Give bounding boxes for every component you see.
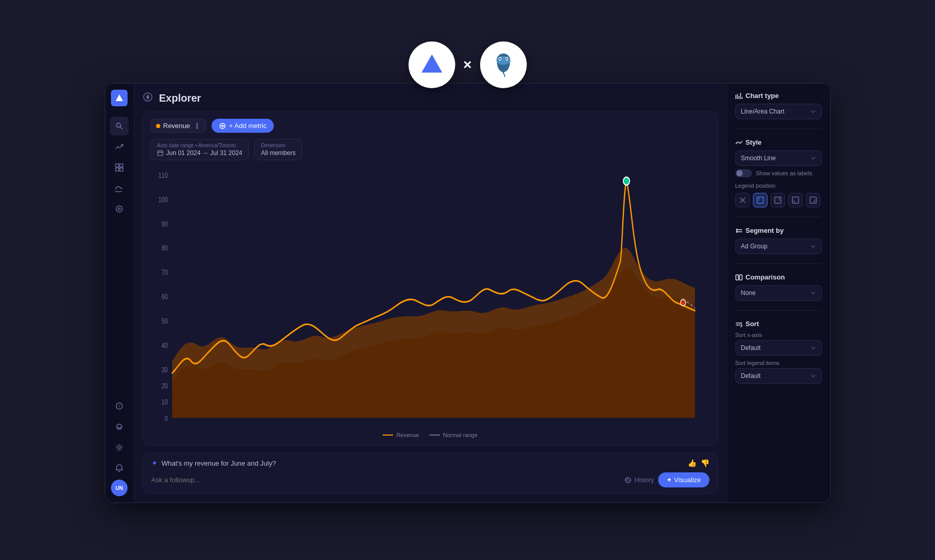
add-metric-button[interactable]: + Add metric: [212, 119, 274, 133]
sidebar-item-search[interactable]: [110, 117, 129, 135]
segment-title: Segment by: [735, 227, 822, 234]
svg-point-23: [197, 125, 198, 127]
svg-rect-11: [116, 164, 119, 167]
svg-text:60: 60: [161, 293, 168, 301]
history-button[interactable]: History: [624, 477, 654, 484]
visualize-button[interactable]: ✦ Visualize: [658, 472, 709, 487]
svg-text:30: 30: [161, 366, 168, 374]
right-panel: Chart type Line/Area Chart Style Smooth …: [727, 83, 830, 502]
svg-point-20: [118, 446, 121, 449]
show-values-toggle[interactable]: [735, 169, 752, 177]
chat-question-text: What's my revenue for June and July?: [162, 459, 276, 467]
svg-point-24: [197, 128, 198, 129]
style-value: Smooth Line: [741, 155, 776, 162]
style-dropdown[interactable]: Smooth Line: [735, 150, 822, 166]
svg-point-9: [117, 123, 121, 128]
sort-xaxis-group: Sort x-axis Default: [735, 332, 822, 356]
comparison-title: Comparison: [735, 273, 822, 281]
svg-text:50: 50: [161, 317, 168, 326]
chart-type-value: Line/Area Chart: [741, 108, 785, 115]
legend-line-revenue: [383, 435, 393, 436]
svg-text:90: 90: [161, 220, 168, 228]
chat-panel: ✦ What's my revenue for June and July? 👍…: [143, 452, 718, 494]
svg-point-7: [506, 58, 508, 60]
style-section: Style Smooth Line Show values as labels …: [735, 138, 822, 207]
dimension-filter-value: All members: [261, 149, 296, 157]
legend-pos-row: [735, 193, 822, 207]
comparison-dropdown[interactable]: None: [735, 285, 822, 301]
sidebar-item-bell[interactable]: [110, 459, 129, 478]
legend-pos-top-right[interactable]: [771, 193, 785, 207]
svg-text:110: 110: [158, 172, 168, 180]
svg-marker-8: [116, 94, 123, 101]
sidebar-item-settings[interactable]: [110, 438, 129, 457]
svg-rect-12: [120, 164, 123, 167]
logo-separator: ×: [463, 57, 471, 73]
sidebar-item-help[interactable]: ?: [110, 397, 129, 415]
sidebar-item-agent[interactable]: [110, 417, 129, 436]
style-title: Style: [735, 138, 822, 146]
sort-legend-group: Sort legend items Default: [735, 360, 822, 384]
sidebar-logo[interactable]: [111, 90, 128, 106]
sort-xaxis-value: Default: [741, 344, 761, 352]
thumbs-up-icon[interactable]: 👍: [688, 459, 696, 467]
legend-pos-none[interactable]: [735, 193, 750, 207]
filters-row: Auto date range • America/Toronto Jun 01…: [150, 139, 710, 160]
thumbs-down-icon[interactable]: 👎: [701, 459, 709, 467]
sort-xaxis-dropdown[interactable]: Default: [735, 340, 822, 356]
toggle-knob: [736, 170, 743, 176]
svg-rect-66: [775, 197, 781, 203]
segment-section: Segment by Ad Group: [735, 227, 822, 254]
show-values-label: Show values as labels: [756, 170, 813, 176]
end-dot: [680, 299, 686, 306]
legend-pos-top-left[interactable]: [753, 193, 767, 207]
legend-position-label: Legend position: [735, 183, 822, 189]
show-values-toggle-row: Show values as labels: [735, 169, 822, 177]
svg-text:100: 100: [158, 195, 168, 204]
header-icon: [143, 92, 153, 105]
svg-text:0: 0: [164, 414, 168, 423]
svg-line-10: [120, 127, 122, 129]
svg-point-15: [116, 206, 122, 212]
sidebar-item-trending[interactable]: [110, 137, 129, 156]
chart-area: 110 100 90 80 70 60 50 40 30 20 10 0: [150, 166, 710, 426]
sort-section: Sort Sort x-axis Default Sort legend ite…: [735, 320, 822, 384]
user-avatar[interactable]: UN: [111, 480, 128, 496]
chat-input[interactable]: [151, 476, 620, 484]
outer-wrapper: ×: [105, 57, 831, 503]
sort-title: Sort: [735, 320, 822, 328]
date-filter[interactable]: Auto date range • America/Toronto Jun 01…: [150, 139, 249, 160]
dimension-filter-label: Dimension: [261, 143, 296, 148]
sort-xaxis-label: Sort x-axis: [735, 332, 822, 338]
svg-rect-14: [120, 168, 123, 171]
sidebar-item-compass[interactable]: [110, 200, 129, 218]
sort-legend-dropdown[interactable]: Default: [735, 368, 822, 384]
peak-dot: [623, 177, 630, 185]
sort-legend-value: Default: [741, 372, 761, 380]
svg-text:20: 20: [161, 382, 168, 390]
svg-point-6: [499, 58, 501, 60]
svg-rect-28: [158, 151, 163, 156]
segment-dropdown[interactable]: Ad Group: [735, 239, 822, 254]
metric-badge[interactable]: Revenue: [150, 119, 206, 133]
page-header: Explorer: [143, 92, 718, 105]
sidebar-item-cloud[interactable]: [110, 179, 129, 198]
main-content: Explorer Revenue + Add metric: [134, 83, 727, 502]
svg-text:10: 10: [161, 398, 168, 407]
chart-toolbar: Revenue + Add metric: [150, 119, 710, 133]
legend-pos-bottom-right[interactable]: [806, 193, 820, 207]
svg-rect-63: [757, 197, 763, 203]
svg-point-16: [118, 208, 120, 210]
sort-legend-label: Sort legend items: [735, 360, 822, 366]
divider-3: [735, 263, 822, 264]
sidebar: ? UN: [105, 83, 134, 502]
sidebar-item-grid[interactable]: [110, 158, 129, 177]
comparison-value: None: [741, 289, 756, 297]
chart-legend: Revenue Normal range: [150, 432, 710, 438]
dimension-filter[interactable]: Dimension All members: [254, 139, 302, 160]
metric-label: Revenue: [163, 122, 190, 130]
metric-dot: [156, 124, 160, 128]
chart-type-dropdown[interactable]: Line/Area Chart: [735, 104, 822, 119]
visualize-label: ✦ Visualize: [666, 476, 701, 484]
legend-pos-bottom-left[interactable]: [788, 193, 803, 207]
